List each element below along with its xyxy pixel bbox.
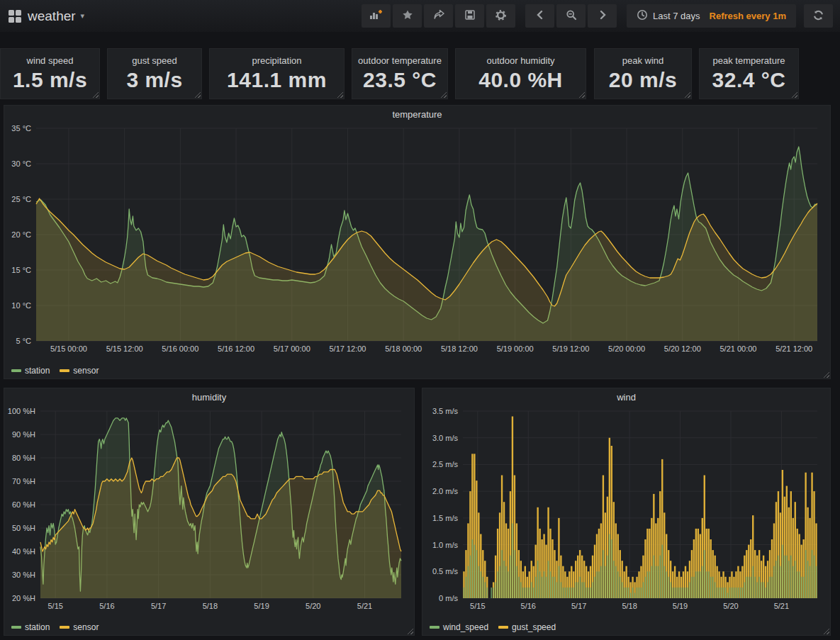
y-tick-label: 10 °C — [11, 301, 31, 310]
stat-title[interactable]: gust speed — [108, 49, 201, 66]
x-tick-label: 5/19 12:00 — [552, 344, 589, 353]
chevron-down-icon[interactable]: ▾ — [81, 11, 85, 21]
stat-panel-peak-temperature: peak temperature 32.4 °C — [699, 48, 799, 99]
settings-button[interactable] — [486, 4, 515, 28]
x-tick-label: 5/19 — [673, 602, 688, 610]
legend-item-sensor[interactable]: sensor — [60, 366, 99, 376]
share-icon — [433, 9, 444, 23]
y-tick-label: 30 °C — [11, 159, 31, 168]
stat-title[interactable]: peak wind — [595, 49, 691, 66]
zoom-out-button[interactable] — [556, 4, 586, 28]
dashboard-actions-group — [362, 4, 515, 28]
add-panel-button[interactable] — [362, 4, 391, 28]
y-tick-label: 2.5 m/s — [432, 460, 459, 468]
x-tick-label: 5/19 — [254, 602, 269, 610]
humidity-plot-area[interactable]: 5/155/165/175/185/195/205/2120 %H30 %H40… — [6, 405, 413, 612]
humidity-chart-panel: humidity 5/155/165/175/185/195/205/2120 … — [4, 388, 415, 636]
panel-resize-handle[interactable] — [791, 91, 797, 98]
panel-resize-handle[interactable] — [92, 91, 99, 98]
time-range-label: Last 7 days — [653, 11, 700, 21]
stat-panel-outdoor-humidity: outdoor humidity 40.0 %H — [455, 48, 586, 99]
panel-title[interactable]: temperature — [4, 106, 830, 123]
panel-resize-handle[interactable] — [578, 91, 585, 98]
x-tick-label: 5/18 00:00 — [385, 344, 422, 353]
panel-title[interactable]: humidity — [4, 388, 414, 405]
zoom-out-icon — [566, 9, 577, 23]
x-tick-label: 5/16 — [99, 602, 114, 610]
x-tick-label: 5/15 00:00 — [50, 344, 87, 353]
stat-panel-precipitation: precipitation 141.1 mm — [209, 48, 345, 99]
wind-svg[interactable]: 5/155/165/175/185/195/205/210 m/s0.5 m/s… — [424, 405, 829, 612]
y-tick-label: 5 °C — [16, 337, 31, 345]
star-button[interactable] — [393, 4, 422, 28]
panel-title[interactable]: wind — [422, 388, 830, 405]
legend-item-wind_speed[interactable]: wind_speed — [430, 622, 488, 632]
panel-resize-handle[interactable] — [684, 91, 690, 98]
y-tick-label: 35 °C — [11, 124, 31, 133]
legend-item-sensor[interactable]: sensor — [60, 622, 99, 632]
dashboard-title[interactable]: weather — [28, 9, 76, 24]
time-back-button[interactable] — [525, 4, 554, 28]
x-tick-label: 5/20 — [723, 602, 738, 610]
legend-label: station — [25, 622, 50, 632]
grafana-dashboard: weather ▾ — [0, 0, 840, 640]
stat-value: 1.5 m/s — [1, 68, 99, 92]
y-tick-label: 80 %H — [12, 454, 35, 462]
save-icon — [464, 9, 476, 23]
y-tick-label: 0 m/s — [439, 594, 458, 602]
chevron-right-icon — [598, 10, 607, 22]
x-tick-label: 5/21 — [774, 602, 789, 610]
stat-title[interactable]: wind speed — [1, 49, 99, 66]
star-icon — [402, 9, 413, 23]
humidity-svg[interactable]: 5/155/165/175/185/195/205/2120 %H30 %H40… — [6, 405, 413, 612]
legend-item-gust_speed[interactable]: gust_speed — [498, 622, 556, 632]
x-tick-label: 5/17 12:00 — [329, 344, 366, 353]
refresh-button[interactable] — [804, 4, 833, 28]
panel-resize-handle[interactable] — [194, 91, 201, 98]
legend-item-station[interactable]: station — [11, 622, 50, 632]
stat-panel-outdoor-temperature: outdoor temperature 23.5 °C — [352, 48, 448, 99]
legend-color-dash — [498, 626, 508, 629]
legend-label: sensor — [73, 622, 99, 632]
wind-plot-area[interactable]: 5/155/165/175/185/195/205/210 m/s0.5 m/s… — [424, 405, 829, 612]
share-button[interactable] — [424, 4, 453, 28]
temperature-plot-area[interactable]: 5/15 00:005/15 12:005/16 00:005/16 12:00… — [6, 123, 829, 355]
x-tick-label: 5/16 — [521, 602, 536, 610]
time-forward-button[interactable] — [588, 4, 617, 28]
legend-item-station[interactable]: station — [11, 366, 50, 376]
panel-resize-handle[interactable] — [407, 628, 413, 634]
y-tick-label: 25 °C — [11, 195, 31, 203]
top-navbar: weather ▾ — [0, 0, 840, 32]
wind-legend: wind_speedgust_speed — [430, 622, 556, 632]
save-button[interactable] — [455, 4, 484, 28]
stat-title[interactable]: outdoor humidity — [456, 49, 586, 66]
x-tick-label: 5/15 12:00 — [106, 344, 143, 353]
stat-title[interactable]: precipitation — [210, 49, 344, 66]
series-gust_speed-bars[interactable] — [463, 417, 817, 599]
x-tick-label: 5/18 — [622, 602, 637, 610]
y-tick-label: 20 °C — [11, 230, 31, 239]
gear-icon — [495, 9, 507, 23]
x-tick-label: 5/16 12:00 — [218, 344, 254, 353]
panel-resize-handle[interactable] — [823, 628, 829, 634]
y-tick-label: 1.5 m/s — [432, 514, 459, 522]
panel-resize-handle[interactable] — [440, 91, 447, 98]
y-tick-label: 40 %H — [12, 547, 35, 556]
x-tick-label: 5/21 — [357, 602, 372, 610]
humidity-legend: stationsensor — [11, 622, 99, 632]
time-range-picker[interactable]: Last 7 days Refresh every 1m — [627, 4, 796, 28]
legend-label: gust_speed — [512, 622, 556, 632]
panel-resize-handle[interactable] — [823, 371, 829, 378]
y-tick-label: 70 %H — [12, 477, 35, 485]
stat-value: 3 m/s — [108, 68, 201, 92]
stat-value: 32.4 °C — [700, 68, 798, 92]
temperature-svg[interactable]: 5/15 00:005/15 12:005/16 00:005/16 12:00… — [6, 123, 829, 355]
stat-title[interactable]: peak temperature — [700, 49, 798, 66]
panel-resize-handle[interactable] — [337, 91, 343, 98]
grafana-dashboards-logo[interactable] — [9, 10, 21, 23]
legend-color-dash — [11, 626, 21, 629]
y-tick-label: 50 %H — [12, 524, 35, 532]
stat-title[interactable]: outdoor temperature — [352, 49, 447, 66]
refresh-icon — [812, 9, 824, 23]
x-tick-label: 5/20 00:00 — [608, 344, 645, 353]
